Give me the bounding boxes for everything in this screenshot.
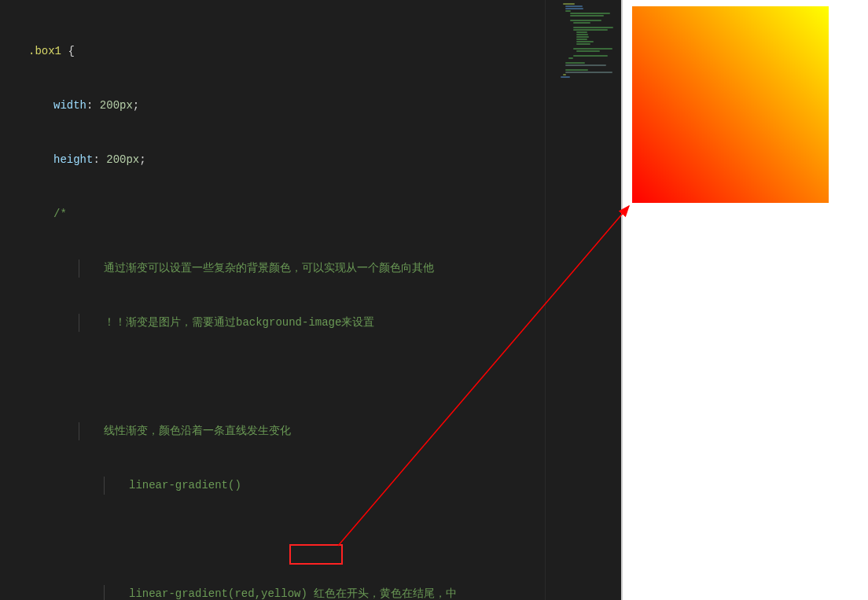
comment-line: 通过渐变可以设置一些复杂的背景颜色，可以实现从一个颜色向其他 [104,262,434,274]
comment-line: linear-gradient(red,yellow) 红色在开头，黄色在结尾，… [129,587,457,600]
code-selector: .box1 [28,45,61,57]
minimap[interactable] [557,0,621,600]
gradient-preview-box [632,6,829,203]
code-prop-height: height [53,153,93,166]
code-area[interactable]: .box1 { width: 200px; height: 200px; /* … [0,0,545,600]
code-val-height: 200px [106,153,139,166]
code-scrollbar-gap[interactable] [545,0,557,600]
comment-line: ！！渐变是图片，需要通过background-image来设置 [104,316,374,329]
comment-open: /* [53,208,67,220]
comment-line: linear-gradient() [129,479,241,491]
comment-line: 线性渐变，颜色沿着一条直线发生变化 [104,425,291,437]
editor-pane: .box1 { width: 200px; height: 200px; /* … [0,0,621,600]
preview-pane [621,0,868,600]
code-prop-width: width [53,99,86,112]
code-val-width: 200px [100,99,133,112]
